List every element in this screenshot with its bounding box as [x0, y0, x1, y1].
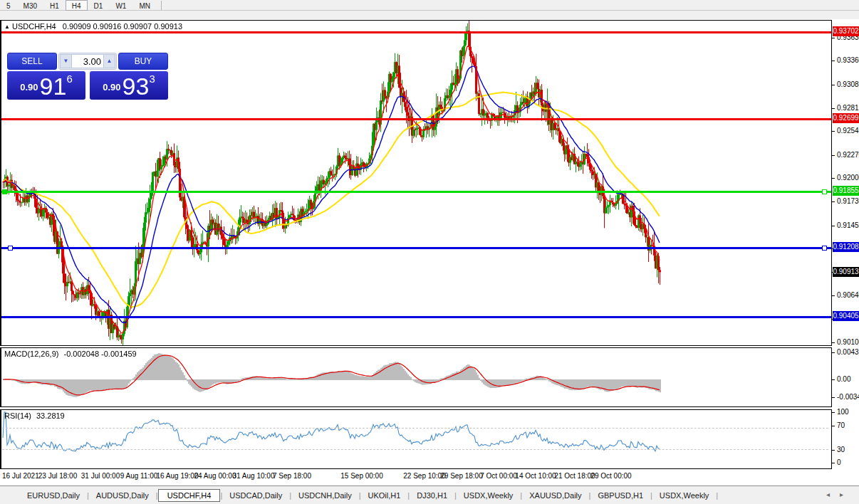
chart-tab-dj30-h1[interactable]: DJ30,H1 [410, 489, 454, 502]
chart-tab-usdcnh-daily[interactable]: USDCNH,Daily [291, 489, 359, 502]
time-axis-label: 14 Oct 10:00 [515, 472, 556, 480]
time-axis-label: 7 Sep 18:00 [273, 472, 311, 480]
time-axis-label: 16 Jul 2021 [2, 472, 39, 480]
sell-price-pip: 6 [66, 73, 72, 84]
time-axis-label: 22 Sep 10:00 [403, 472, 446, 480]
chart-tab-ukoil-h1[interactable]: UKOil,H1 [361, 489, 408, 502]
current-price-label: 0.90913 [833, 267, 859, 277]
macd-axis-tick [832, 352, 835, 353]
chart-tab-eurusd-daily[interactable]: EURUSD,Daily [20, 489, 87, 502]
price-axis-tick [832, 61, 835, 61]
time-axis[interactable]: 16 Jul 202123 Jul 18:0031 Jul 00:009 Aug… [0, 471, 832, 483]
buy-price-main: 93 [123, 75, 150, 97]
timeframe-button-5[interactable]: 5 [0, 0, 17, 11]
time-axis-label: 9 Aug 11:00 [120, 472, 158, 480]
volume-input[interactable] [72, 54, 103, 68]
tab-scroll-arrows[interactable]: ◂▸ [826, 490, 853, 498]
tab-separator: | [716, 491, 718, 500]
timeframe-button-w1[interactable]: W1 [109, 0, 132, 11]
horizontal-line-0.93702[interactable] [1, 31, 831, 33]
time-axis-label: 29 Sep 18:00 [440, 472, 483, 480]
toolbar-separator [161, 1, 162, 10]
timeframe-button-h4[interactable]: H4 [66, 0, 88, 11]
hline-price-label: 0.93702 [833, 26, 859, 36]
time-axis-label: 29 Oct 00:00 [590, 472, 631, 480]
chart-tab-xauusd-daily[interactable]: XAUUSD,Daily [522, 489, 588, 502]
price-axis-tick [832, 295, 835, 296]
chart-symbol-label: USDCHF,H4 [12, 22, 56, 31]
chart-tab-usdx-weekly[interactable]: USDX,Weekly [457, 489, 520, 502]
price-axis-tick-label: 0.90100 [837, 338, 859, 346]
price-axis[interactable]: 0.936300.933600.930850.928150.925450.922… [832, 0, 859, 504]
rsi-level-70-line [2, 428, 828, 429]
price-axis-tick-label: 0.92270 [837, 151, 859, 159]
time-axis-label: 24 Aug 00:00 [194, 472, 236, 480]
sell-price-display[interactable]: 0.90 91 6 [7, 71, 85, 100]
price-axis-tick-label: 0.93085 [837, 80, 859, 88]
mt4-terminal: 5M30H1H4D1W1MN ▲ USDCHF,H4 0.90909 0.909… [0, 0, 859, 504]
timeframe-buttons: 5M30H1H4D1W1MN [0, 0, 859, 11]
rsi-label: RSI(14) [4, 411, 31, 420]
hline-price-label: 0.92699 [833, 113, 859, 123]
timeframe-button-h1[interactable]: H1 [43, 0, 66, 11]
macd-label: MACD(12,26,9) [4, 350, 58, 358]
one-click-trading-panel: SELL ▼ ▲ BUY 0.90 91 6 0.90 93 3 [7, 53, 168, 100]
volume-decrease-button[interactable]: ▼ [60, 54, 72, 68]
rsi-axis-tick [832, 426, 835, 426]
line-handle[interactable] [2, 189, 7, 194]
time-axis-label: 23 Jul 18:00 [38, 472, 78, 480]
sell-price-main: 91 [40, 75, 67, 97]
price-axis-tick-label: 0.92545 [837, 127, 859, 135]
time-axis-label: 21 Oct 18:00 [554, 472, 595, 480]
price-axis-tick-label: 0.90640 [837, 291, 859, 299]
line-handle[interactable] [822, 189, 827, 194]
buy-button[interactable]: BUY [118, 53, 168, 70]
price-axis-tick [832, 178, 835, 179]
time-axis-label: 16 Aug 19:00 [157, 472, 199, 480]
timeframe-button-mn[interactable]: MN [132, 0, 157, 11]
price-axis-tick-label: 0.92815 [837, 104, 859, 112]
horizontal-line-0.90405[interactable] [1, 316, 831, 318]
chart-tab-audusd-daily[interactable]: AUDUSD,Daily [89, 489, 156, 502]
buy-price-display[interactable]: 0.90 93 3 [90, 71, 168, 100]
sell-price-prefix: 0.90 [20, 78, 38, 97]
sell-button[interactable]: SELL [7, 53, 57, 70]
price-axis-tick-label: 0.91455 [837, 221, 859, 229]
timeframe-button-d1[interactable]: D1 [88, 0, 110, 11]
macd-axis-label: 0.00 [837, 375, 850, 383]
timeframe-button-m30[interactable]: M30 [17, 0, 43, 11]
hline-price-label: 0.90405 [833, 311, 859, 321]
chart-tab-bar: EURUSD,Daily|AUDUSD,Daily|USDCHF,H4|USDC… [0, 485, 859, 504]
price-axis-tick [832, 342, 835, 343]
chart-tab-usdcad-daily[interactable]: USDCAD,Daily [222, 489, 289, 502]
rsi-header: RSI(14) 33.2819 [4, 411, 65, 420]
horizontal-line-0.92699[interactable] [1, 118, 831, 120]
macd-panel[interactable]: MACD(12,26,9) -0.002048 -0.001459 [0, 347, 832, 407]
rsi-level-30-line [2, 449, 828, 450]
price-axis-tick-label: 0.93360 [837, 56, 859, 64]
chart-tab-usdx-weekly[interactable]: USDX,Weekly [652, 489, 716, 502]
rsi-canvas[interactable] [1, 410, 831, 468]
volume-spinner: ▼ ▲ [58, 53, 117, 70]
collapse-icon[interactable]: ▲ [4, 23, 10, 30]
volume-increase-button[interactable]: ▲ [103, 54, 115, 68]
horizontal-line-0.91855[interactable] [1, 191, 831, 193]
rsi-axis-label: 70 [837, 421, 845, 429]
horizontal-line-0.91208[interactable] [1, 247, 831, 249]
chart-ohlc-values: 0.90909 0.90916 0.90907 0.90913 [63, 22, 182, 31]
time-axis-label: 31 Jul 00:00 [81, 472, 120, 480]
time-axis-label: 31 Aug 10:00 [233, 472, 275, 480]
macd-header: MACD(12,26,9) -0.002048 -0.001459 [4, 350, 137, 358]
chart-tab-gbpusd-h1[interactable]: GBPUSD,H1 [590, 489, 650, 502]
line-handle[interactable] [8, 246, 13, 251]
rsi-panel[interactable]: RSI(14) 33.2819 [0, 409, 832, 469]
price-chart-panel[interactable]: ▲ USDCHF,H4 0.90909 0.90916 0.90907 0.90… [0, 20, 832, 346]
line-handle[interactable] [822, 246, 827, 251]
price-axis-tick [832, 108, 835, 109]
time-axis-label: 7 Oct 00:00 [480, 472, 517, 480]
price-axis-tick [832, 201, 835, 202]
buy-price-prefix: 0.90 [103, 78, 120, 97]
chart-tab-usdchf-h4[interactable]: USDCHF,H4 [158, 489, 221, 502]
price-axis-tick [832, 155, 835, 156]
rsi-axis-tick [832, 463, 835, 463]
